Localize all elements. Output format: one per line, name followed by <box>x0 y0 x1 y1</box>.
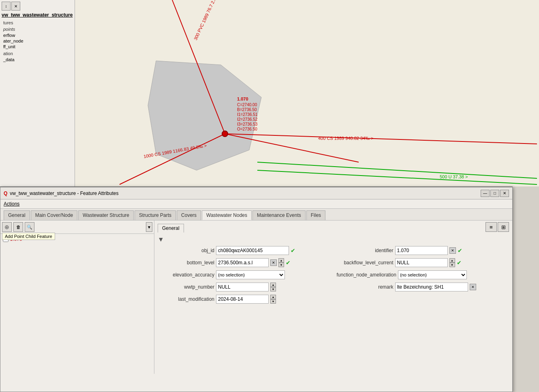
dialog-controls: — □ ✕ <box>481 190 509 197</box>
field-row-backflow-level: backflow_level_current ▲ ▼ ✔ <box>337 258 509 268</box>
spinner-down-bottom-level[interactable]: ▼ <box>278 263 284 267</box>
valid-obj-id: ✔ <box>291 247 295 254</box>
panel-item-waternode[interactable]: ater_node <box>2 38 73 44</box>
input-identifier[interactable] <box>395 246 448 255</box>
list-toolbar: ⊕ Add Point Child Feature 🗑 🔍 ▼ <box>0 221 154 234</box>
actions-menu[interactable]: Actions <box>4 201 19 207</box>
label-bottom-level: bottom_level <box>158 260 214 266</box>
field-row-function-node: function_node_amelioration (no selection… <box>337 270 509 280</box>
main-content: ⊕ Add Point Child Feature 🗑 🔍 ▼ 1.070 ≡ … <box>0 221 512 374</box>
label-wwtp-number: wwtp_number <box>158 284 214 290</box>
tab-bar: General Main Cover/Node Wastewater Struc… <box>0 209 512 221</box>
add-point-child-tooltip: Add Point Child Feature <box>2 233 55 240</box>
spinner-last-mod: ▲ ▼ <box>270 295 276 304</box>
tab-maintenance-events[interactable]: Maintenance Events <box>252 210 306 220</box>
field-row-identifier: identifier ✕ ✔ <box>337 246 509 255</box>
actions-bar: Actions <box>0 199 512 209</box>
right-form-container: ≡ ⊞ General ▼ obj_id ✔ <box>154 221 512 374</box>
spinner-wwtp-number: ▲ ▼ <box>270 283 276 291</box>
panel-section-points: points <box>3 27 73 32</box>
svg-text:1.070: 1.070 <box>237 96 248 101</box>
tab-wastewater-structure[interactable]: Wastewater Structure <box>78 210 134 220</box>
list-items: 1.070 <box>0 234 154 374</box>
search-child-btn[interactable]: 🔍 <box>25 222 34 232</box>
view-toggle: ≡ ⊞ <box>486 222 509 232</box>
list-dropdown[interactable]: ▼ <box>146 222 152 232</box>
panel-item-erflow[interactable]: erflow <box>2 32 73 38</box>
qgis-icon: Q <box>4 191 7 196</box>
spinner-up-wwtp[interactable]: ▲ <box>270 283 276 287</box>
input-remark[interactable] <box>395 283 468 291</box>
input-bottom-level[interactable] <box>216 258 269 267</box>
svg-text:O=2736.50: O=2736.50 <box>237 127 257 131</box>
clear-identifier[interactable]: ✕ <box>449 247 456 254</box>
input-backflow-level[interactable] <box>395 258 448 267</box>
panel-item-offunit[interactable]: ff_unit <box>2 44 73 49</box>
label-function-node: function_node_amelioration <box>337 272 396 278</box>
tab-wastewater-nodes[interactable]: Wastewater Nodes <box>202 210 252 220</box>
input-obj-id[interactable] <box>216 246 289 255</box>
select-function-node[interactable]: (no selection) <box>398 270 467 279</box>
svg-text:I2=2736.52: I2=2736.52 <box>237 117 258 122</box>
label-backflow-level: backflow_level_current <box>337 260 394 266</box>
inner-tab-general[interactable]: General <box>158 224 184 233</box>
input-last-modification[interactable] <box>216 295 269 304</box>
field-row-elevation-accuracy: elevation_accuracy (no selection) <box>158 270 330 280</box>
inner-tab-bar: General <box>158 224 509 233</box>
maximize-button[interactable]: □ <box>490 190 499 197</box>
form-section-right: identifier ✕ ✔ backflow_level_current ▲ … <box>337 246 509 304</box>
select-elevation-accuracy[interactable]: (no selection) <box>216 270 285 279</box>
minimize-button[interactable]: — <box>481 190 490 197</box>
spinner-down-last-mod[interactable]: ▼ <box>270 299 276 304</box>
valid-backflow-level: ✔ <box>457 259 462 266</box>
svg-text:B=2736.50: B=2736.50 <box>237 107 257 112</box>
dialog-title-text: vw_tww_wastewater_structure - Feature At… <box>10 191 118 196</box>
panel-item-data[interactable]: _data <box>2 57 73 62</box>
label-identifier: identifier <box>337 248 394 253</box>
grid-view-btn[interactable]: ⊞ <box>498 222 509 232</box>
field-row-bottom-level: bottom_level ✕ ▲ ▼ ✔ <box>158 258 330 268</box>
close-button[interactable]: ✕ <box>500 190 509 197</box>
list-view-btn[interactable]: ≡ <box>486 222 497 232</box>
label-elevation-accuracy: elevation_accuracy <box>158 272 214 278</box>
panel-btn-2[interactable]: ✕ <box>11 2 20 11</box>
clear-remark[interactable]: ✕ <box>470 284 476 290</box>
add-child-btn[interactable]: ⊕ <box>2 222 12 232</box>
tab-structure-parts[interactable]: Structure Parts <box>135 210 176 220</box>
panel-btn-1[interactable]: ↕ <box>2 2 11 11</box>
spinner-up-bottom-level[interactable]: ▲ <box>278 258 284 263</box>
input-wwtp-number[interactable] <box>216 283 269 291</box>
form-grid: obj_id ✔ bottom_level ✕ ▲ ▼ ✔ <box>158 246 509 304</box>
svg-text:I3=2736.53: I3=2736.53 <box>237 122 258 126</box>
valid-identifier: ✔ <box>458 247 462 254</box>
valid-bottom-level: ✔ <box>286 259 291 266</box>
spinner-backflow: ▲ ▼ <box>449 258 455 267</box>
tab-main-cover[interactable]: Main Cover/Node <box>31 210 77 220</box>
panel-title: vw_tww_wastewater_structure <box>2 12 73 18</box>
label-obj-id: obj_id <box>158 248 214 253</box>
form-divider-arrow: ▼ <box>158 236 509 243</box>
clear-bottom-level[interactable]: ✕ <box>270 259 277 266</box>
spinner-down-backflow[interactable]: ▼ <box>449 263 455 267</box>
delete-child-btn[interactable]: 🗑 <box>13 222 23 232</box>
panel-section-features: tures <box>3 20 73 25</box>
map-area: ↕ ✕ vw_tww_wastewater_structure tures po… <box>0 0 539 186</box>
label-remark: remark <box>337 284 394 290</box>
dialog-titlebar: Q vw_tww_wastewater_structure - Feature … <box>0 187 512 199</box>
map-canvas: 300 PVC 1989 76.7 2.3‰ > 1000 CS 1989 11… <box>75 0 539 186</box>
spinner-down-wwtp[interactable]: ▼ <box>270 287 276 291</box>
list-area: ⊕ Add Point Child Feature 🗑 🔍 ▼ 1.070 <box>0 221 154 374</box>
label-last-modification: last_modification <box>158 296 214 302</box>
left-panel: ↕ ✕ vw_tww_wastewater_structure tures po… <box>0 0 75 186</box>
spinner-up-backflow[interactable]: ▲ <box>449 258 455 263</box>
dialog-title: Q vw_tww_wastewater_structure - Feature … <box>4 191 118 196</box>
feature-dialog: Q vw_tww_wastewater_structure - Feature … <box>0 186 513 392</box>
tab-covers[interactable]: Covers <box>177 210 201 220</box>
svg-text:500 U 37.38 >: 500 U 37.38 > <box>440 174 468 179</box>
tab-general[interactable]: General <box>4 210 30 220</box>
tab-files[interactable]: Files <box>306 210 325 220</box>
add-point-child-button[interactable]: ⊕ Add Point Child Feature <box>2 222 12 232</box>
field-row-remark: remark ✕ <box>337 282 509 292</box>
spinner-up-last-mod[interactable]: ▲ <box>270 295 276 299</box>
svg-point-8 <box>222 131 228 137</box>
